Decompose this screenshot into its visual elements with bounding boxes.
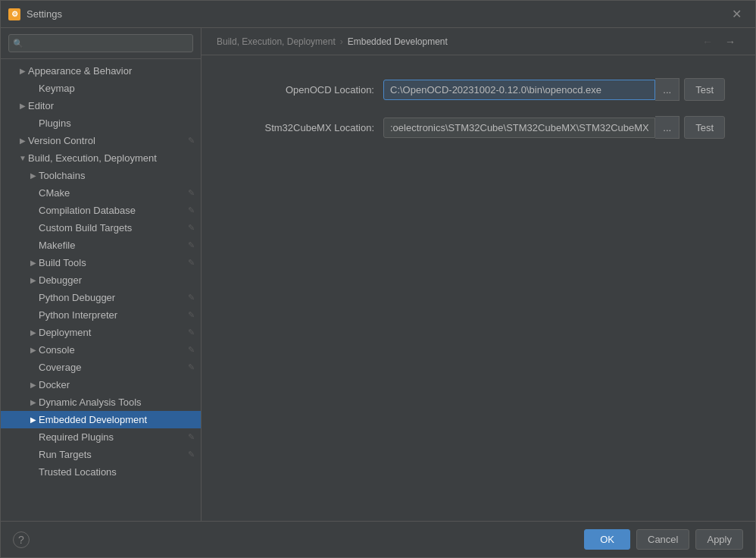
sidebar: ▶ Appearance & Behavior Keymap ▶ Editor … — [1, 28, 201, 521]
edit-icon: ✎ — [188, 205, 195, 215]
edit-icon: ✎ — [188, 188, 195, 198]
stm32-input[interactable] — [383, 118, 655, 138]
sidebar-item-label: Dynamic Analysis Tools — [39, 397, 195, 408]
sidebar-item-appearance[interactable]: ▶ Appearance & Behavior — [1, 62, 201, 80]
dialog-title: Settings — [27, 8, 62, 20]
arrow-icon: ▶ — [28, 259, 39, 267]
sidebar-item-compilation-db[interactable]: Compilation Database ✎ — [1, 202, 201, 219]
sidebar-item-build-execution[interactable]: ▼ Build, Execution, Deployment — [1, 149, 201, 167]
edit-icon: ✎ — [188, 240, 195, 250]
sidebar-item-required-plugins[interactable]: Required Plugins ✎ — [1, 428, 201, 446]
sidebar-item-label: Custom Build Targets — [39, 222, 185, 234]
sidebar-item-keymap[interactable]: Keymap — [1, 80, 201, 97]
sidebar-item-label: Python Debugger — [39, 292, 185, 303]
sidebar-item-label: Docker — [39, 379, 195, 390]
arrow-icon: ▶ — [17, 102, 28, 110]
sidebar-item-label: Debugger — [39, 274, 195, 286]
sidebar-item-python-debugger[interactable]: Python Debugger ✎ — [1, 289, 201, 306]
arrow-icon: ▶ — [28, 346, 39, 354]
ok-button[interactable]: OK — [584, 529, 630, 550]
edit-icon: ✎ — [188, 258, 195, 268]
nav-arrows: ← → — [698, 34, 740, 49]
arrow-icon: ▶ — [28, 328, 39, 337]
sidebar-item-label: Toolchains — [39, 170, 195, 181]
sidebar-item-label: Build, Execution, Deployment — [28, 152, 195, 164]
sidebar-item-label: Compilation Database — [39, 205, 185, 216]
sidebar-item-embedded-development[interactable]: ▶ Embedded Development — [1, 411, 201, 428]
close-button[interactable]: ✕ — [726, 4, 748, 24]
stm32-test-button[interactable]: Test — [684, 116, 725, 139]
stm32-input-group: ... Test — [383, 116, 725, 139]
openocd-row: OpenOCD Location: ... Test — [232, 78, 725, 101]
openocd-browse-button[interactable]: ... — [655, 78, 679, 101]
sidebar-item-label: Build Tools — [39, 257, 185, 268]
sidebar-item-cmake[interactable]: CMake ✎ — [1, 184, 201, 202]
stm32-browse-button[interactable]: ... — [655, 116, 679, 139]
cancel-button[interactable]: Cancel — [636, 529, 689, 550]
sidebar-item-plugins[interactable]: Plugins — [1, 114, 201, 132]
openocd-test-button[interactable]: Test — [684, 78, 725, 101]
sidebar-item-build-tools[interactable]: ▶ Build Tools ✎ — [1, 254, 201, 271]
sidebar-item-version-control[interactable]: ▶ Version Control ✎ — [1, 132, 201, 149]
edit-icon: ✎ — [188, 136, 195, 146]
sidebar-item-label: Console — [39, 344, 185, 356]
search-input[interactable] — [8, 34, 193, 52]
sidebar-item-deployment[interactable]: ▶ Deployment ✎ — [1, 324, 201, 341]
edit-icon: ✎ — [188, 223, 195, 233]
breadcrumb-current: Embedded Development — [348, 36, 448, 47]
sidebar-item-debugger[interactable]: ▶ Debugger — [1, 271, 201, 289]
nav-forward-button[interactable]: → — [720, 34, 740, 49]
sidebar-item-label: Python Interpreter — [39, 309, 185, 321]
openocd-label: OpenOCD Location: — [232, 84, 383, 96]
sidebar-item-editor[interactable]: ▶ Editor — [1, 97, 201, 114]
edit-icon: ✎ — [188, 362, 195, 372]
sidebar-item-docker[interactable]: ▶ Docker — [1, 376, 201, 393]
sidebar-item-label: Required Plugins — [39, 431, 185, 443]
sidebar-item-label: Deployment — [39, 327, 185, 338]
footer-buttons: OK Cancel Apply — [584, 529, 743, 550]
arrow-icon: ▶ — [28, 171, 39, 180]
sidebar-item-makefile[interactable]: Makefile ✎ — [1, 237, 201, 254]
search-box — [1, 28, 201, 59]
edit-icon: ✎ — [188, 345, 195, 355]
edit-icon: ✎ — [188, 432, 195, 442]
sidebar-item-label: Trusted Locations — [39, 466, 195, 478]
sidebar-item-label: Run Targets — [39, 449, 185, 460]
edit-icon: ✎ — [188, 310, 195, 320]
sidebar-item-label: Coverage — [39, 362, 185, 373]
edit-icon: ✎ — [188, 293, 195, 303]
sidebar-item-custom-build[interactable]: Custom Build Targets ✎ — [1, 219, 201, 237]
arrow-icon: ▶ — [17, 67, 28, 75]
settings-dialog: ⚙ Settings ✕ ▶ Appearance & Behavior — [0, 0, 756, 558]
breadcrumb-parent: Build, Execution, Deployment — [217, 36, 336, 47]
sidebar-item-label: CMake — [39, 187, 185, 199]
arrow-icon: ▶ — [17, 136, 28, 145]
breadcrumb-bar: Build, Execution, Deployment › Embedded … — [201, 28, 755, 55]
sidebar-item-console[interactable]: ▶ Console ✎ — [1, 341, 201, 359]
sidebar-item-run-targets[interactable]: Run Targets ✎ — [1, 446, 201, 463]
breadcrumb-separator: › — [340, 36, 343, 47]
arrow-icon: ▶ — [28, 276, 39, 284]
stm32-label: Stm32CubeMX Location: — [232, 122, 383, 133]
openocd-input[interactable] — [383, 80, 655, 100]
sidebar-item-trusted-locations[interactable]: Trusted Locations — [1, 463, 201, 481]
sidebar-item-label: Embedded Development — [39, 414, 195, 425]
edit-icon: ✎ — [188, 328, 195, 337]
openocd-input-group: ... Test — [383, 78, 725, 101]
arrow-icon: ▶ — [28, 398, 39, 406]
sidebar-item-label: Appearance & Behavior — [28, 65, 195, 77]
sidebar-item-python-interpreter[interactable]: Python Interpreter ✎ — [1, 306, 201, 324]
nav-back-button[interactable]: ← — [698, 34, 717, 49]
help-button[interactable]: ? — [13, 531, 30, 548]
sidebar-item-label: Keymap — [39, 83, 195, 94]
title-bar: ⚙ Settings ✕ — [1, 1, 755, 28]
sidebar-item-dynamic-analysis[interactable]: ▶ Dynamic Analysis Tools — [1, 393, 201, 411]
sidebar-item-label: Version Control — [28, 135, 185, 146]
apply-button[interactable]: Apply — [695, 529, 743, 550]
sidebar-item-label: Makefile — [39, 240, 185, 251]
search-wrapper — [8, 34, 193, 52]
sidebar-item-coverage[interactable]: Coverage ✎ — [1, 359, 201, 376]
sidebar-item-label: Plugins — [39, 118, 195, 129]
main-content: Build, Execution, Deployment › Embedded … — [201, 28, 755, 521]
sidebar-item-toolchains[interactable]: ▶ Toolchains — [1, 167, 201, 184]
